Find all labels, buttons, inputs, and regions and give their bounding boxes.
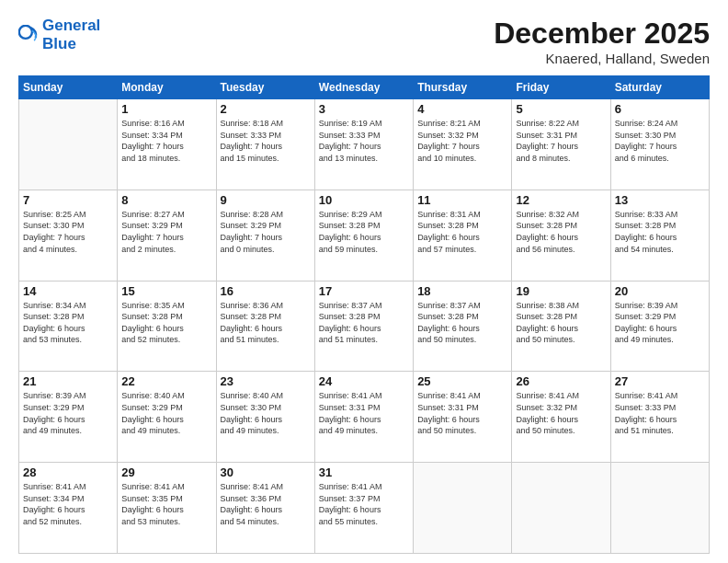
day-info: Sunrise: 8:18 AM Sunset: 3:33 PM Dayligh… xyxy=(221,118,311,164)
day-cell xyxy=(414,463,512,554)
day-number: 13 xyxy=(615,193,705,207)
day-number: 6 xyxy=(615,102,705,116)
day-info: Sunrise: 8:39 AM Sunset: 3:29 PM Dayligh… xyxy=(615,300,705,346)
day-cell: 24Sunrise: 8:41 AM Sunset: 3:31 PM Dayli… xyxy=(314,372,413,463)
day-number: 2 xyxy=(221,102,311,116)
logo-icon xyxy=(18,25,39,45)
day-cell: 8Sunrise: 8:27 AM Sunset: 3:29 PM Daylig… xyxy=(118,190,216,281)
header-thursday: Thursday xyxy=(414,76,512,99)
week-row-2: 7Sunrise: 8:25 AM Sunset: 3:30 PM Daylig… xyxy=(19,190,710,281)
day-info: Sunrise: 8:29 AM Sunset: 3:28 PM Dayligh… xyxy=(319,209,409,255)
day-number: 16 xyxy=(221,284,311,298)
day-number: 8 xyxy=(121,193,211,207)
calendar-header-row: Sunday Monday Tuesday Wednesday Thursday… xyxy=(19,76,710,99)
day-number: 7 xyxy=(23,193,113,207)
day-cell: 5Sunrise: 8:22 AM Sunset: 3:31 PM Daylig… xyxy=(512,99,610,190)
calendar-table: Sunday Monday Tuesday Wednesday Thursday… xyxy=(18,75,710,554)
day-cell: 18Sunrise: 8:37 AM Sunset: 3:28 PM Dayli… xyxy=(414,281,512,372)
day-info: Sunrise: 8:41 AM Sunset: 3:32 PM Dayligh… xyxy=(516,390,606,436)
day-info: Sunrise: 8:32 AM Sunset: 3:28 PM Dayligh… xyxy=(516,209,606,255)
day-cell: 17Sunrise: 8:37 AM Sunset: 3:28 PM Dayli… xyxy=(314,281,413,372)
header-friday: Friday xyxy=(512,76,610,99)
day-info: Sunrise: 8:40 AM Sunset: 3:30 PM Dayligh… xyxy=(221,390,311,436)
logo-text: General Blue xyxy=(42,17,100,53)
day-number: 25 xyxy=(417,374,507,388)
day-info: Sunrise: 8:19 AM Sunset: 3:33 PM Dayligh… xyxy=(319,118,409,164)
day-number: 9 xyxy=(221,193,311,207)
day-number: 26 xyxy=(516,374,606,388)
week-row-4: 21Sunrise: 8:39 AM Sunset: 3:29 PM Dayli… xyxy=(19,372,710,463)
day-cell: 4Sunrise: 8:21 AM Sunset: 3:32 PM Daylig… xyxy=(414,99,512,190)
day-info: Sunrise: 8:22 AM Sunset: 3:31 PM Dayligh… xyxy=(516,118,606,164)
day-info: Sunrise: 8:33 AM Sunset: 3:28 PM Dayligh… xyxy=(615,209,705,255)
day-cell: 15Sunrise: 8:35 AM Sunset: 3:28 PM Dayli… xyxy=(118,281,216,372)
location: Knaered, Halland, Sweden xyxy=(494,51,710,66)
title-block: December 2025 Knaered, Halland, Sweden xyxy=(494,17,710,66)
day-info: Sunrise: 8:41 AM Sunset: 3:36 PM Dayligh… xyxy=(221,481,311,527)
day-number: 15 xyxy=(121,284,211,298)
day-number: 4 xyxy=(417,102,507,116)
header-monday: Monday xyxy=(118,76,216,99)
day-cell: 19Sunrise: 8:38 AM Sunset: 3:28 PM Dayli… xyxy=(512,281,610,372)
day-info: Sunrise: 8:35 AM Sunset: 3:28 PM Dayligh… xyxy=(121,300,211,346)
day-number: 21 xyxy=(23,374,113,388)
day-number: 31 xyxy=(319,465,409,479)
day-info: Sunrise: 8:41 AM Sunset: 3:31 PM Dayligh… xyxy=(319,390,409,436)
header-sunday: Sunday xyxy=(19,76,118,99)
day-info: Sunrise: 8:38 AM Sunset: 3:28 PM Dayligh… xyxy=(516,300,606,346)
header-wednesday: Wednesday xyxy=(314,76,413,99)
day-info: Sunrise: 8:36 AM Sunset: 3:28 PM Dayligh… xyxy=(221,300,311,346)
day-info: Sunrise: 8:16 AM Sunset: 3:34 PM Dayligh… xyxy=(121,118,211,164)
week-row-1: 1Sunrise: 8:16 AM Sunset: 3:34 PM Daylig… xyxy=(19,99,710,190)
day-info: Sunrise: 8:37 AM Sunset: 3:28 PM Dayligh… xyxy=(417,300,507,346)
day-info: Sunrise: 8:39 AM Sunset: 3:29 PM Dayligh… xyxy=(23,390,113,436)
day-number: 23 xyxy=(221,374,311,388)
week-row-5: 28Sunrise: 8:41 AM Sunset: 3:34 PM Dayli… xyxy=(19,463,710,554)
day-cell: 28Sunrise: 8:41 AM Sunset: 3:34 PM Dayli… xyxy=(19,463,118,554)
day-info: Sunrise: 8:34 AM Sunset: 3:28 PM Dayligh… xyxy=(23,300,113,346)
svg-point-0 xyxy=(19,26,32,39)
day-cell: 9Sunrise: 8:28 AM Sunset: 3:29 PM Daylig… xyxy=(216,190,314,281)
day-number: 24 xyxy=(319,374,409,388)
day-cell: 25Sunrise: 8:41 AM Sunset: 3:31 PM Dayli… xyxy=(414,372,512,463)
day-cell: 14Sunrise: 8:34 AM Sunset: 3:28 PM Dayli… xyxy=(19,281,118,372)
day-info: Sunrise: 8:25 AM Sunset: 3:30 PM Dayligh… xyxy=(23,209,113,255)
day-number: 22 xyxy=(121,374,211,388)
logo: General Blue xyxy=(18,17,100,53)
day-number: 19 xyxy=(516,284,606,298)
day-cell: 13Sunrise: 8:33 AM Sunset: 3:28 PM Dayli… xyxy=(610,190,709,281)
header-tuesday: Tuesday xyxy=(216,76,314,99)
day-number: 18 xyxy=(417,284,507,298)
week-row-3: 14Sunrise: 8:34 AM Sunset: 3:28 PM Dayli… xyxy=(19,281,710,372)
day-cell xyxy=(512,463,610,554)
day-cell: 10Sunrise: 8:29 AM Sunset: 3:28 PM Dayli… xyxy=(314,190,413,281)
day-number: 10 xyxy=(319,193,409,207)
day-info: Sunrise: 8:28 AM Sunset: 3:29 PM Dayligh… xyxy=(221,209,311,255)
day-number: 12 xyxy=(516,193,606,207)
header-saturday: Saturday xyxy=(610,76,709,99)
day-number: 27 xyxy=(615,374,705,388)
day-number: 1 xyxy=(121,102,211,116)
day-info: Sunrise: 8:41 AM Sunset: 3:34 PM Dayligh… xyxy=(23,481,113,527)
day-cell: 29Sunrise: 8:41 AM Sunset: 3:35 PM Dayli… xyxy=(118,463,216,554)
day-number: 14 xyxy=(23,284,113,298)
day-cell: 23Sunrise: 8:40 AM Sunset: 3:30 PM Dayli… xyxy=(216,372,314,463)
day-cell: 2Sunrise: 8:18 AM Sunset: 3:33 PM Daylig… xyxy=(216,99,314,190)
day-info: Sunrise: 8:41 AM Sunset: 3:33 PM Dayligh… xyxy=(615,390,705,436)
day-info: Sunrise: 8:41 AM Sunset: 3:35 PM Dayligh… xyxy=(121,481,211,527)
day-number: 20 xyxy=(615,284,705,298)
day-cell: 30Sunrise: 8:41 AM Sunset: 3:36 PM Dayli… xyxy=(216,463,314,554)
day-cell: 31Sunrise: 8:41 AM Sunset: 3:37 PM Dayli… xyxy=(314,463,413,554)
day-info: Sunrise: 8:40 AM Sunset: 3:29 PM Dayligh… xyxy=(121,390,211,436)
day-cell: 7Sunrise: 8:25 AM Sunset: 3:30 PM Daylig… xyxy=(19,190,118,281)
month-title: December 2025 xyxy=(494,17,710,51)
day-info: Sunrise: 8:31 AM Sunset: 3:28 PM Dayligh… xyxy=(417,209,507,255)
day-cell: 3Sunrise: 8:19 AM Sunset: 3:33 PM Daylig… xyxy=(314,99,413,190)
day-cell: 1Sunrise: 8:16 AM Sunset: 3:34 PM Daylig… xyxy=(118,99,216,190)
day-cell: 11Sunrise: 8:31 AM Sunset: 3:28 PM Dayli… xyxy=(414,190,512,281)
day-cell: 22Sunrise: 8:40 AM Sunset: 3:29 PM Dayli… xyxy=(118,372,216,463)
day-cell: 27Sunrise: 8:41 AM Sunset: 3:33 PM Dayli… xyxy=(610,372,709,463)
page: General Blue December 2025 Knaered, Hall… xyxy=(0,0,728,563)
day-number: 29 xyxy=(121,465,211,479)
day-cell xyxy=(19,99,118,190)
